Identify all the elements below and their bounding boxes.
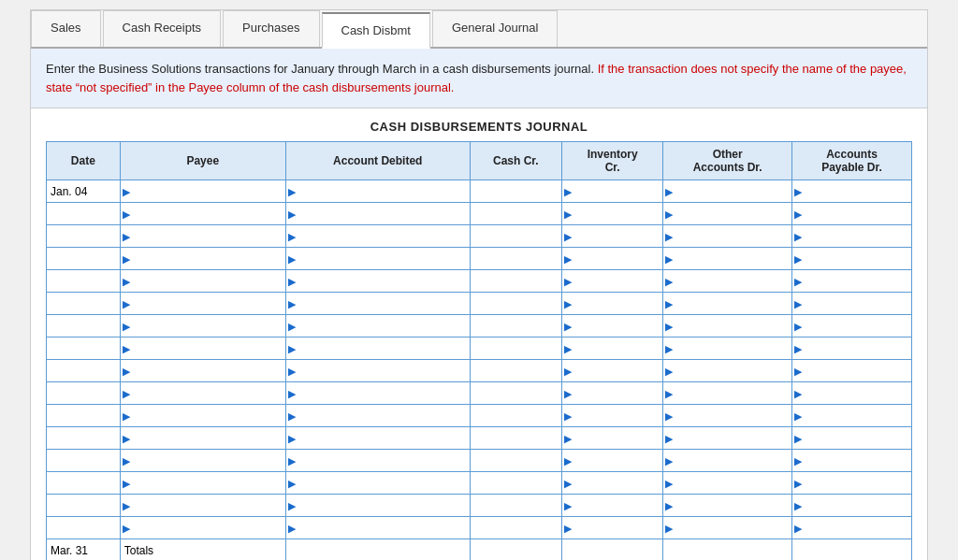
- inventory-cell[interactable]: ▶: [562, 293, 663, 315]
- date-cell[interactable]: [47, 315, 121, 337]
- cash-cell[interactable]: [470, 203, 561, 225]
- other-cell[interactable]: ▶: [663, 203, 792, 225]
- other-cell[interactable]: ▶: [663, 180, 792, 203]
- inventory-cell[interactable]: ▶: [562, 517, 663, 539]
- inventory-cell[interactable]: ▶: [562, 315, 663, 337]
- inventory-cell[interactable]: ▶: [562, 337, 663, 360]
- inventory-cell[interactable]: ▶: [562, 203, 663, 225]
- date-cell[interactable]: [47, 450, 121, 472]
- cash-cell[interactable]: [470, 427, 561, 450]
- date-cell[interactable]: Jan. 04: [47, 180, 121, 203]
- account-cell[interactable]: ▶: [285, 315, 470, 337]
- account-cell[interactable]: ▶: [285, 382, 470, 405]
- date-cell[interactable]: [47, 517, 121, 539]
- cash-cell[interactable]: [470, 517, 561, 539]
- payee-cell[interactable]: ▶: [120, 270, 285, 293]
- account-cell[interactable]: ▶: [285, 225, 470, 248]
- cash-cell[interactable]: [470, 225, 561, 248]
- tab-cash-receipts[interactable]: Cash Receipts: [103, 10, 222, 47]
- cash-cell[interactable]: [470, 248, 561, 270]
- cash-cell[interactable]: [470, 315, 561, 337]
- account-cell[interactable]: ▶: [285, 405, 470, 427]
- ap-cell[interactable]: ▶: [792, 180, 912, 203]
- tab-sales[interactable]: Sales: [31, 10, 101, 47]
- cash-cell[interactable]: [470, 405, 561, 427]
- account-cell[interactable]: ▶: [285, 248, 470, 270]
- tab-purchases[interactable]: Purchases: [223, 10, 319, 47]
- payee-cell[interactable]: ▶: [120, 315, 285, 337]
- ap-cell[interactable]: ▶: [792, 472, 912, 495]
- payee-cell[interactable]: ▶: [120, 248, 285, 270]
- ap-cell[interactable]: ▶: [792, 495, 912, 517]
- other-cell[interactable]: ▶: [663, 360, 792, 382]
- other-cell[interactable]: ▶: [663, 450, 792, 472]
- inventory-cell[interactable]: ▶: [562, 382, 663, 405]
- date-cell[interactable]: [47, 225, 121, 248]
- payee-cell[interactable]: ▶: [120, 382, 285, 405]
- cash-cell[interactable]: [470, 360, 561, 382]
- ap-cell[interactable]: ▶: [792, 382, 912, 405]
- payee-cell[interactable]: ▶: [120, 495, 285, 517]
- date-cell[interactable]: [47, 248, 121, 270]
- account-cell[interactable]: ▶: [285, 495, 470, 517]
- payee-cell[interactable]: ▶: [120, 225, 285, 248]
- cash-cell[interactable]: [470, 180, 561, 203]
- other-cell[interactable]: ▶: [663, 337, 792, 360]
- inventory-cell[interactable]: ▶: [562, 270, 663, 293]
- date-cell[interactable]: [47, 427, 121, 450]
- account-cell[interactable]: ▶: [285, 203, 470, 225]
- ap-cell[interactable]: ▶: [792, 270, 912, 293]
- tab-cash-disbmt[interactable]: Cash Disbmt: [322, 12, 430, 49]
- ap-cell[interactable]: ▶: [792, 203, 912, 225]
- cash-cell[interactable]: [470, 472, 561, 495]
- account-cell[interactable]: ▶: [285, 450, 470, 472]
- ap-cell[interactable]: ▶: [792, 337, 912, 360]
- payee-cell[interactable]: ▶: [120, 517, 285, 539]
- date-cell[interactable]: [47, 405, 121, 427]
- other-cell[interactable]: ▶: [663, 405, 792, 427]
- other-cell[interactable]: ▶: [663, 427, 792, 450]
- date-cell[interactable]: [47, 360, 121, 382]
- inventory-cell[interactable]: ▶: [562, 225, 663, 248]
- ap-cell[interactable]: ▶: [792, 405, 912, 427]
- date-cell[interactable]: [47, 203, 121, 225]
- cash-cell[interactable]: [470, 495, 561, 517]
- other-cell[interactable]: ▶: [663, 382, 792, 405]
- payee-cell[interactable]: ▶: [120, 427, 285, 450]
- cash-cell[interactable]: [470, 270, 561, 293]
- date-cell[interactable]: [47, 382, 121, 405]
- date-cell[interactable]: [47, 337, 121, 360]
- account-cell[interactable]: ▶: [285, 270, 470, 293]
- payee-cell[interactable]: ▶: [120, 180, 285, 203]
- cash-cell[interactable]: [470, 382, 561, 405]
- payee-cell[interactable]: ▶: [120, 472, 285, 495]
- ap-cell[interactable]: ▶: [792, 225, 912, 248]
- other-cell[interactable]: ▶: [663, 270, 792, 293]
- other-cell[interactable]: ▶: [663, 315, 792, 337]
- account-cell[interactable]: ▶: [285, 517, 470, 539]
- ap-cell[interactable]: ▶: [792, 517, 912, 539]
- other-cell[interactable]: ▶: [663, 293, 792, 315]
- ap-cell[interactable]: ▶: [792, 427, 912, 450]
- ap-cell[interactable]: ▶: [792, 315, 912, 337]
- payee-cell[interactable]: ▶: [120, 203, 285, 225]
- account-cell[interactable]: ▶: [285, 293, 470, 315]
- cash-cell[interactable]: [470, 337, 561, 360]
- inventory-cell[interactable]: ▶: [562, 472, 663, 495]
- ap-cell[interactable]: ▶: [792, 450, 912, 472]
- payee-cell[interactable]: ▶: [120, 337, 285, 360]
- payee-cell[interactable]: ▶: [120, 360, 285, 382]
- payee-cell[interactable]: ▶: [120, 450, 285, 472]
- payee-cell[interactable]: ▶: [120, 293, 285, 315]
- inventory-cell[interactable]: ▶: [562, 405, 663, 427]
- ap-cell[interactable]: ▶: [792, 360, 912, 382]
- ap-cell[interactable]: ▶: [792, 248, 912, 270]
- tab-general-journal[interactable]: General Journal: [432, 10, 559, 47]
- account-cell[interactable]: ▶: [285, 360, 470, 382]
- cash-cell[interactable]: [470, 450, 561, 472]
- inventory-cell[interactable]: ▶: [562, 450, 663, 472]
- account-cell[interactable]: ▶: [285, 180, 470, 203]
- account-cell[interactable]: ▶: [285, 427, 470, 450]
- inventory-cell[interactable]: ▶: [562, 495, 663, 517]
- account-cell[interactable]: ▶: [285, 337, 470, 360]
